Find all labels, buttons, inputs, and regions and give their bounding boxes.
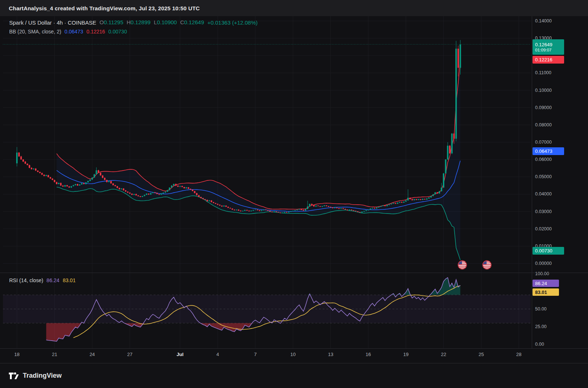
- symbol-title[interactable]: Spark / US Dollar · 4h · COINBASE: [9, 19, 96, 26]
- window-title: ChartAnalysis_4 created with TradingView…: [9, 5, 200, 11]
- last-price-value: 0.12649: [535, 42, 552, 47]
- time-tick-label: 16: [359, 352, 377, 357]
- window-title-bar: ChartAnalysis_4 created with TradingView…: [0, 0, 588, 16]
- bb-basis-value: 0.06473: [65, 29, 83, 35]
- rsi-tick-label: 25.00: [535, 324, 546, 330]
- price-tick-label: 0.08000: [535, 122, 552, 128]
- time-tick-label: 22: [435, 352, 452, 357]
- rsi-label[interactable]: RSI (14, close): [9, 277, 43, 283]
- tradingview-brand-text[interactable]: TradingView: [23, 372, 62, 380]
- ohlc-low: L0.10900: [154, 19, 177, 26]
- price-tick-label: 0.03000: [535, 209, 552, 215]
- bb-lower-line: [57, 187, 460, 260]
- time-axis-separator: [0, 348, 588, 349]
- time-tick-label: 10: [284, 352, 302, 357]
- price-tick-label: 0.07000: [535, 139, 552, 145]
- bb-upper-value: 0.12216: [86, 29, 105, 35]
- time-tick-label: 21: [46, 352, 63, 357]
- time-tick-label: 13: [322, 352, 340, 357]
- price-tick-label: 0.10000: [535, 87, 552, 93]
- chart-canvas[interactable]: [0, 0, 588, 348]
- last-price-badge: 0.12649 01:09:07: [533, 39, 564, 55]
- rsi-indicator-legend[interactable]: RSI (14, close) 86.24 83.01: [9, 277, 76, 283]
- bb-basis-badge: 0.06473: [533, 147, 564, 155]
- ohlc-close: C0.12649: [180, 19, 204, 26]
- rsi-ma-value: 83.01: [63, 277, 76, 283]
- time-tick-label: 19: [397, 352, 415, 357]
- price-tick-label: 0.09000: [535, 105, 552, 111]
- price-tick-label: 0.00000: [535, 261, 552, 266]
- tradingview-chart-window: ChartAnalysis_4 created with TradingView…: [0, 0, 588, 388]
- bb-upper-badge: 0.12216: [533, 56, 564, 64]
- bb-indicator-legend[interactable]: BB (20, SMA, close, 2) 0.06473 0.12216 0…: [9, 29, 127, 35]
- price-tick-label: 0.06000: [535, 157, 552, 162]
- rsi-badge: 86.24: [533, 280, 559, 287]
- time-tick-label: Jul: [171, 352, 189, 357]
- price-tick-label: 0.05000: [535, 174, 552, 180]
- ohlc-open: O0.11295: [100, 19, 123, 26]
- time-tick-label: 18: [8, 352, 26, 357]
- price-tick-label: 0.11000: [535, 70, 551, 76]
- price-tick-label: 0.02000: [535, 226, 552, 232]
- rsi-tick-label: 100.00: [535, 271, 549, 277]
- bb-lower-value: 0.00730: [108, 29, 127, 35]
- us-flag-event-icon[interactable]: [458, 260, 467, 270]
- axis-separator: [532, 16, 532, 348]
- rsi-tick-label: 50.00: [535, 306, 546, 312]
- time-tick-label: 25: [472, 352, 490, 357]
- pane-divider-handle[interactable]: [0, 273, 588, 273]
- tradingview-logo-icon[interactable]: [8, 371, 19, 381]
- time-tick-label: 24: [83, 352, 101, 357]
- bb-fill: [57, 61, 460, 260]
- rsi-tick-label: 0.00: [535, 341, 544, 347]
- time-tick-label: 4: [209, 352, 226, 357]
- bb-lower-badge: 0.00730: [533, 247, 564, 255]
- price-change: +0.01363 (+12.08%): [207, 19, 258, 26]
- candle-countdown: 01:09:07: [535, 48, 552, 52]
- ohlc-high: H0.12899: [127, 19, 151, 26]
- time-tick-label: 7: [247, 352, 264, 357]
- rsi-value: 86.24: [47, 277, 60, 283]
- symbol-legend[interactable]: Spark / US Dollar · 4h · COINBASE O0.112…: [9, 19, 258, 26]
- time-tick-label: 27: [121, 352, 139, 357]
- rsi-overbought-fill: [46, 278, 460, 295]
- rsi-oversold-fill: [46, 323, 460, 341]
- price-tick-label: 0.04000: [535, 191, 552, 197]
- price-tick-label: 0.14000: [535, 18, 552, 24]
- us-flag-event-icon[interactable]: [482, 260, 492, 270]
- bb-label[interactable]: BB (20, SMA, close, 2): [9, 29, 61, 35]
- rsi-ma-badge: 83.01: [533, 288, 559, 296]
- price-axis[interactable]: [532, 16, 588, 348]
- footer-bar: TradingView: [0, 363, 588, 388]
- time-tick-label: 28: [510, 352, 528, 357]
